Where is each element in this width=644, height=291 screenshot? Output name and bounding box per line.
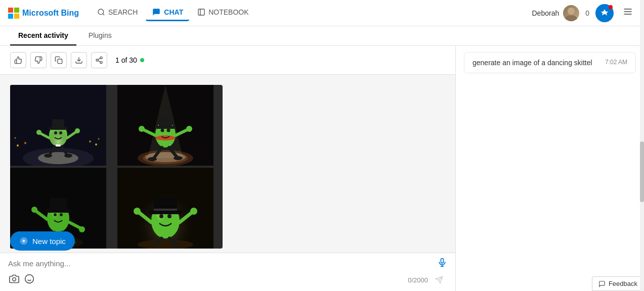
svg-point-19 xyxy=(17,144,19,147)
nav-search[interactable]: SEARCH xyxy=(91,5,144,21)
svg-point-81 xyxy=(159,214,163,218)
activity-panel: generate an image of a dancing skittel 7… xyxy=(455,46,644,291)
images-grid xyxy=(10,85,223,249)
logo-text: Microsoft Bing xyxy=(22,9,79,18)
chat-input[interactable] xyxy=(8,259,433,268)
thumbs-down-button[interactable] xyxy=(30,52,47,68)
avatar xyxy=(563,5,579,21)
svg-point-98 xyxy=(13,277,16,281)
svg-rect-84 xyxy=(149,210,182,214)
input-footer: 0/2000 xyxy=(8,273,447,287)
status-dot xyxy=(140,58,144,62)
svg-rect-9 xyxy=(58,59,62,64)
header: Microsoft Bing SEARCH CHAT NOTEBOOK Debo… xyxy=(0,0,644,26)
svg-point-70 xyxy=(31,207,37,213)
image-upload-button[interactable] xyxy=(9,274,19,286)
svg-rect-66 xyxy=(50,198,67,210)
svg-rect-50 xyxy=(155,126,176,129)
thumbs-up-icon xyxy=(14,56,22,64)
svg-rect-67 xyxy=(46,209,71,213)
main-layout: 1 of 30 xyxy=(0,46,644,291)
tab-bar: Recent activity Plugins xyxy=(0,26,644,46)
tab-recent-activity[interactable]: Recent activity xyxy=(10,26,76,45)
camera-icon xyxy=(9,274,19,284)
svg-point-11 xyxy=(100,57,102,59)
svg-point-13 xyxy=(100,62,102,64)
thumbs-up-button[interactable] xyxy=(10,52,26,68)
feedback-button[interactable]: Feedback xyxy=(592,276,644,291)
nav-chat[interactable]: CHAT xyxy=(146,5,189,21)
notification-dot xyxy=(609,5,613,9)
svg-point-71 xyxy=(79,226,85,232)
input-row xyxy=(8,257,447,270)
page-indicator: 1 of 30 xyxy=(115,56,144,64)
svg-rect-29 xyxy=(52,119,64,128)
send-button[interactable] xyxy=(432,273,446,287)
svg-point-12 xyxy=(96,59,98,61)
scrollbar[interactable] xyxy=(640,0,644,291)
microsoft-logo-icon xyxy=(8,8,19,19)
header-right: Deborah 0 xyxy=(532,4,636,22)
svg-point-64 xyxy=(54,213,57,216)
svg-point-4 xyxy=(568,8,575,15)
svg-rect-30 xyxy=(49,127,67,130)
svg-point-24 xyxy=(98,138,100,140)
svg-point-22 xyxy=(95,143,97,146)
svg-point-5 xyxy=(565,15,577,21)
svg-line-1 xyxy=(103,14,104,15)
activity-row: generate an image of a dancing skittel 7… xyxy=(473,59,627,67)
reward-count: 0 xyxy=(585,9,589,17)
activity-text: generate an image of a dancing skittel xyxy=(473,59,599,67)
image-4[interactable] xyxy=(117,168,213,249)
main-nav: SEARCH CHAT NOTEBOOK xyxy=(91,5,532,21)
hamburger-icon xyxy=(623,7,633,17)
sticker-button[interactable] xyxy=(24,274,34,286)
svg-rect-31 xyxy=(56,144,61,147)
svg-point-54 xyxy=(186,126,192,132)
scrollbar-thumb[interactable] xyxy=(640,141,644,202)
sticker-icon xyxy=(24,274,34,284)
copy-button[interactable] xyxy=(51,52,67,68)
svg-rect-2 xyxy=(198,9,204,15)
search-icon xyxy=(97,8,105,16)
reward-button[interactable] xyxy=(595,4,614,22)
logo-area[interactable]: Microsoft Bing xyxy=(8,8,79,19)
thumbs-down-icon xyxy=(34,56,42,64)
chat-panel: 1 of 30 xyxy=(0,46,455,291)
svg-point-89 xyxy=(190,208,197,215)
mic-icon xyxy=(437,257,447,267)
images-area xyxy=(0,75,455,253)
copy-icon xyxy=(55,56,63,64)
svg-point-53 xyxy=(139,126,145,132)
svg-point-58 xyxy=(174,156,183,160)
activity-item[interactable]: generate an image of a dancing skittel 7… xyxy=(464,52,636,73)
svg-point-18 xyxy=(38,152,78,164)
image-1[interactable] xyxy=(10,85,106,166)
input-area: 0/2000 xyxy=(0,253,455,291)
char-count: 0/2000 xyxy=(408,276,428,284)
mic-button[interactable] xyxy=(437,257,447,270)
share-button[interactable] xyxy=(91,52,107,68)
chat-icon xyxy=(152,8,161,17)
svg-line-15 xyxy=(98,58,101,60)
svg-rect-85 xyxy=(154,209,177,211)
svg-point-39 xyxy=(64,154,72,158)
svg-point-21 xyxy=(15,137,16,139)
nav-notebook[interactable]: NOTEBOOK xyxy=(191,5,254,21)
download-button[interactable] xyxy=(71,52,87,68)
user-info[interactable]: Deborah xyxy=(532,5,580,21)
svg-point-47 xyxy=(161,129,164,132)
image-2[interactable] xyxy=(117,85,213,166)
new-topic-button[interactable]: New topic xyxy=(10,231,75,251)
svg-rect-95 xyxy=(441,259,444,263)
user-name: Deborah xyxy=(532,9,560,17)
notebook-icon xyxy=(197,8,205,16)
svg-point-35 xyxy=(75,128,80,133)
share-icon xyxy=(95,56,103,64)
svg-point-57 xyxy=(148,157,157,161)
tab-plugins[interactable]: Plugins xyxy=(80,26,120,45)
activity-time: 7:02 AM xyxy=(605,59,627,66)
new-topic-icon xyxy=(19,236,28,246)
menu-button[interactable] xyxy=(620,4,636,22)
svg-point-65 xyxy=(60,213,63,216)
